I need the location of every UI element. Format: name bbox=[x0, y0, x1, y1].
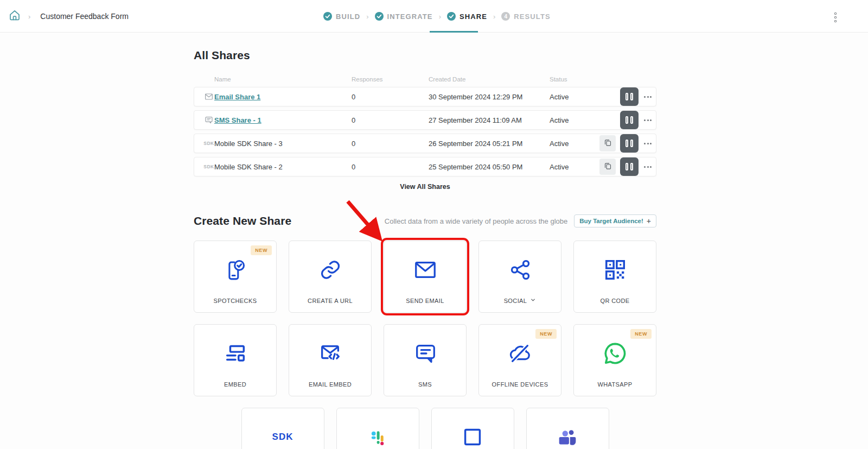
check-circle-icon bbox=[323, 12, 332, 21]
tab-share[interactable]: SHARE bbox=[447, 12, 487, 21]
sdk-icon: SDK bbox=[272, 432, 293, 442]
copy-share-button[interactable] bbox=[599, 135, 616, 151]
copy-share-button[interactable] bbox=[599, 159, 616, 175]
pause-share-button[interactable] bbox=[620, 157, 639, 176]
share-option-popup[interactable] bbox=[431, 408, 514, 449]
popup-icon bbox=[460, 425, 485, 449]
tab-integrate[interactable]: INTEGRATE bbox=[375, 12, 433, 21]
share-icon bbox=[508, 257, 533, 282]
share-responses: 0 bbox=[352, 93, 429, 101]
home-icon bbox=[8, 9, 21, 24]
sms-icon bbox=[203, 116, 214, 124]
check-circle-icon bbox=[375, 12, 384, 21]
tab-build[interactable]: BUILD bbox=[323, 12, 360, 21]
pause-share-button[interactable] bbox=[620, 87, 639, 106]
card-label: EMAIL EMBED bbox=[289, 381, 371, 388]
step-chevron-icon: › bbox=[493, 12, 495, 21]
email-icon bbox=[413, 257, 438, 282]
table-row: SMS Share - 1 0 27 September 2024 11:09 … bbox=[194, 110, 656, 130]
copy-icon bbox=[604, 138, 612, 148]
check-circle-icon bbox=[447, 12, 456, 21]
card-label: EMBED bbox=[194, 381, 276, 388]
card-label: CREATE A URL bbox=[289, 298, 371, 304]
share-status: Active bbox=[550, 116, 620, 124]
breadcrumb-form-title: Customer Feedback Form bbox=[40, 12, 129, 21]
email-embed-icon bbox=[318, 341, 343, 366]
pause-icon bbox=[626, 93, 628, 100]
card-label: SEND EMAIL bbox=[384, 298, 466, 304]
qr-icon bbox=[603, 257, 628, 282]
share-name-link[interactable]: SMS Share - 1 bbox=[214, 116, 261, 124]
active-tab-underline bbox=[430, 31, 478, 33]
share-responses: 0 bbox=[352, 163, 429, 171]
row-more-options-button[interactable] bbox=[643, 164, 653, 170]
audience-caption: Collect data from a wide variety of peop… bbox=[385, 217, 567, 225]
pause-share-button[interactable] bbox=[620, 134, 639, 153]
share-name-link[interactable]: Email Share 1 bbox=[214, 93, 260, 101]
link-icon bbox=[318, 257, 343, 282]
home-button[interactable] bbox=[8, 9, 22, 23]
table-row: SDK Mobile SDK Share - 3 0 26 September … bbox=[194, 134, 656, 153]
share-created-date: 27 September 2024 11:09 AM bbox=[429, 116, 550, 124]
table-row: SDK Mobile SDK Share - 2 0 25 September … bbox=[194, 157, 656, 176]
share-option-embed[interactable]: EMBED bbox=[194, 324, 277, 396]
new-badge: NEW bbox=[535, 329, 557, 339]
email-icon bbox=[203, 92, 214, 101]
share-option-offline-devices[interactable]: NEW OFFLINE DEVICES bbox=[478, 324, 561, 396]
teams-icon bbox=[555, 425, 580, 449]
new-badge: NEW bbox=[251, 245, 272, 255]
breadcrumb-chevron-icon: › bbox=[28, 12, 30, 21]
share-created-date: 26 September 2024 05:21 PM bbox=[429, 140, 550, 148]
column-header-created-date: Created Date bbox=[429, 76, 550, 83]
share-option-mobile-sdk[interactable]: SDK bbox=[241, 408, 324, 449]
step-chevron-icon: › bbox=[439, 12, 441, 21]
spotchecks-icon bbox=[223, 257, 248, 282]
create-new-share-title: Create New Share bbox=[194, 214, 291, 227]
pause-icon bbox=[626, 116, 628, 124]
row-more-options-button[interactable] bbox=[643, 141, 653, 147]
sms-icon bbox=[413, 341, 438, 366]
share-option-sms[interactable]: SMS bbox=[384, 324, 467, 396]
column-header-name: Name bbox=[214, 76, 352, 83]
share-status: Active bbox=[550, 93, 620, 101]
card-label: QR CODE bbox=[574, 298, 656, 304]
share-option-slack[interactable] bbox=[336, 408, 419, 449]
share-name: Mobile SDK Share - 3 bbox=[214, 140, 283, 148]
row-more-options-button[interactable] bbox=[643, 117, 653, 123]
whatsapp-icon bbox=[603, 341, 628, 366]
plus-icon: + bbox=[647, 218, 651, 224]
share-option-email-embed[interactable]: EMAIL EMBED bbox=[289, 324, 372, 396]
share-created-date: 30 September 2024 12:29 PM bbox=[429, 93, 550, 101]
sdk-icon: SDK bbox=[203, 141, 214, 146]
share-option-teams[interactable] bbox=[526, 408, 609, 449]
card-label: OFFLINE DEVICES bbox=[479, 381, 561, 388]
workflow-stepper: BUILD › INTEGRATE › SHARE › 4 RESULTS bbox=[323, 0, 551, 33]
view-all-shares-link[interactable]: View All Shares bbox=[194, 183, 656, 191]
table-row: Email Share 1 0 30 September 2024 12:29 … bbox=[194, 87, 656, 106]
copy-icon bbox=[604, 162, 612, 172]
share-responses: 0 bbox=[352, 116, 429, 124]
pause-icon bbox=[630, 116, 633, 124]
pause-share-button[interactable] bbox=[620, 111, 639, 129]
buy-target-audience-button[interactable]: Buy Target Audience! + bbox=[574, 214, 656, 227]
share-option-spotchecks[interactable]: NEW SPOTCHECKS bbox=[194, 241, 277, 313]
row-more-options-button[interactable] bbox=[643, 94, 653, 100]
all-shares-title: All Shares bbox=[194, 33, 656, 62]
embed-icon bbox=[223, 341, 248, 366]
share-option-create-a-url[interactable]: CREATE A URL bbox=[289, 241, 372, 313]
share-option-social[interactable]: SOCIAL bbox=[478, 241, 561, 313]
pause-icon bbox=[626, 163, 628, 170]
tab-results[interactable]: 4 RESULTS bbox=[501, 12, 550, 21]
share-status: Active bbox=[550, 140, 599, 148]
column-header-status: Status bbox=[550, 76, 656, 83]
share-option-send-email[interactable]: SEND EMAIL bbox=[384, 241, 467, 313]
step-number-icon: 4 bbox=[501, 12, 510, 21]
pause-icon bbox=[630, 140, 633, 147]
shares-table-header: Name Responses Created Date Status bbox=[194, 76, 656, 83]
card-label: WHATSAPP bbox=[574, 381, 656, 388]
more-options-kebab-menu[interactable] bbox=[833, 11, 838, 23]
share-option-qr-code[interactable]: QR CODE bbox=[573, 241, 656, 313]
new-badge: NEW bbox=[630, 329, 652, 339]
share-option-whatsapp[interactable]: NEW WHATSAPP bbox=[573, 324, 656, 396]
slack-icon bbox=[365, 425, 390, 449]
